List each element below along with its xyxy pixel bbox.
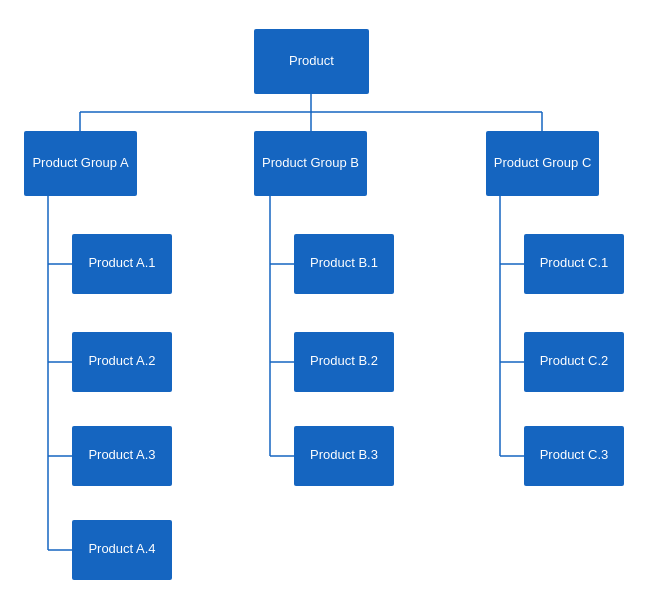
node-a3: Product A.3 <box>72 426 172 486</box>
node-group-c: Product Group C <box>486 131 599 196</box>
node-b1: Product B.1 <box>294 234 394 294</box>
node-product: Product <box>254 29 369 94</box>
node-c1: Product C.1 <box>524 234 624 294</box>
node-group-a: Product Group A <box>24 131 137 196</box>
node-a2: Product A.2 <box>72 332 172 392</box>
node-c3: Product C.3 <box>524 426 624 486</box>
node-a4: Product A.4 <box>72 520 172 580</box>
node-b3: Product B.3 <box>294 426 394 486</box>
node-b2: Product B.2 <box>294 332 394 392</box>
node-a1: Product A.1 <box>72 234 172 294</box>
connector-lines <box>8 12 648 592</box>
node-c2: Product C.2 <box>524 332 624 392</box>
node-group-b: Product Group B <box>254 131 367 196</box>
tree-diagram: Product Product Group A Product Group B … <box>8 12 648 592</box>
